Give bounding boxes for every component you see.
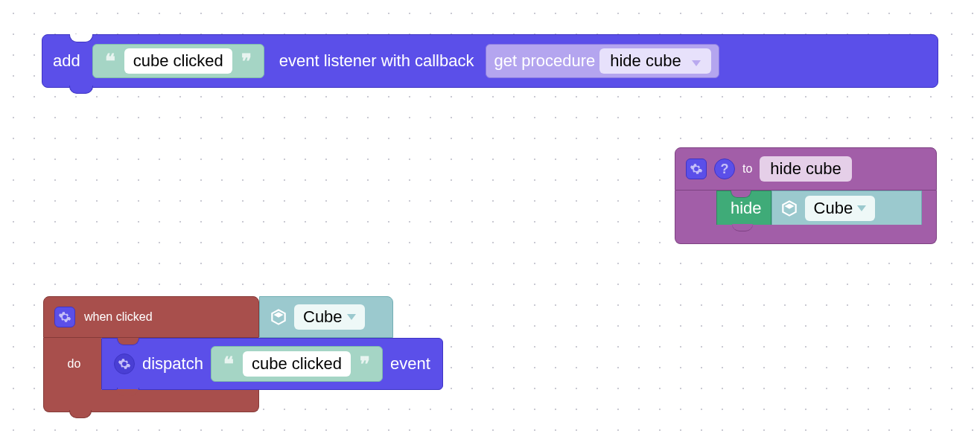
event-name-string-block[interactable]: ❝ cube clicked ❞ <box>211 346 383 382</box>
object-dropdown[interactable]: Cube <box>805 196 876 221</box>
chevron-down-icon <box>347 314 356 320</box>
add-label: add <box>53 51 80 71</box>
dispatch-event-block[interactable]: dispatch ❝ cube clicked ❞ event <box>101 338 443 390</box>
object-reference-block[interactable]: Cube <box>259 296 393 338</box>
when-footer <box>43 390 259 412</box>
event-listener-label: event listener with callback <box>279 51 474 71</box>
gear-icon[interactable] <box>686 159 707 179</box>
to-label: to <box>742 162 752 176</box>
procedure-name-value: hide cube <box>610 51 681 70</box>
open-quote-icon: ❝ <box>219 353 238 376</box>
gear-icon[interactable] <box>54 307 75 327</box>
procedure-body-right <box>922 191 937 226</box>
procedure-name-dropdown[interactable]: hide cube <box>599 48 711 74</box>
object-dropdown[interactable]: Cube <box>294 304 365 330</box>
hide-label: hide <box>731 199 762 218</box>
when-clicked-header[interactable]: when clicked <box>43 296 259 338</box>
get-procedure-label: get procedure <box>494 51 595 71</box>
object-name-value: Cube <box>814 199 853 218</box>
event-name-string-block[interactable]: ❝ cube clicked ❞ <box>92 44 264 78</box>
gear-icon[interactable] <box>114 353 135 374</box>
event-suffix-label: event <box>390 354 430 374</box>
cube-icon <box>269 307 288 327</box>
do-label: do <box>68 357 81 371</box>
chevron-down-icon <box>857 205 866 211</box>
procedure-body-spine <box>675 191 716 226</box>
object-name-value: Cube <box>303 307 343 327</box>
procedure-header[interactable]: ? to hide cube <box>675 147 937 191</box>
procedure-definition-block[interactable]: ? to hide cube hide Cube <box>675 147 937 244</box>
close-quote-icon: ❞ <box>355 353 375 376</box>
when-clicked-block[interactable]: when clicked Cube do dispatch ❝ cube cli… <box>43 296 564 415</box>
procedure-footer <box>675 225 937 244</box>
event-name-value[interactable]: cube clicked <box>243 351 351 377</box>
event-name-value[interactable]: cube clicked <box>124 48 232 74</box>
object-reference-block[interactable]: Cube <box>771 191 922 226</box>
when-clicked-label: when clicked <box>84 310 153 324</box>
procedure-name-field[interactable]: hide cube <box>760 156 851 182</box>
do-label-spine: do <box>43 338 101 390</box>
cube-icon <box>780 199 799 218</box>
add-event-listener-block[interactable]: add ❝ cube clicked ❞ event listener with… <box>42 34 938 88</box>
chevron-down-icon <box>692 60 701 66</box>
dispatch-label: dispatch <box>142 354 203 374</box>
get-procedure-block[interactable]: get procedure hide cube <box>486 44 719 78</box>
close-quote-icon: ❞ <box>237 50 256 73</box>
help-icon[interactable]: ? <box>714 159 735 179</box>
procedure-name-text: hide cube <box>770 159 841 178</box>
open-quote-icon: ❝ <box>101 50 120 73</box>
hide-block[interactable]: hide <box>716 191 771 226</box>
